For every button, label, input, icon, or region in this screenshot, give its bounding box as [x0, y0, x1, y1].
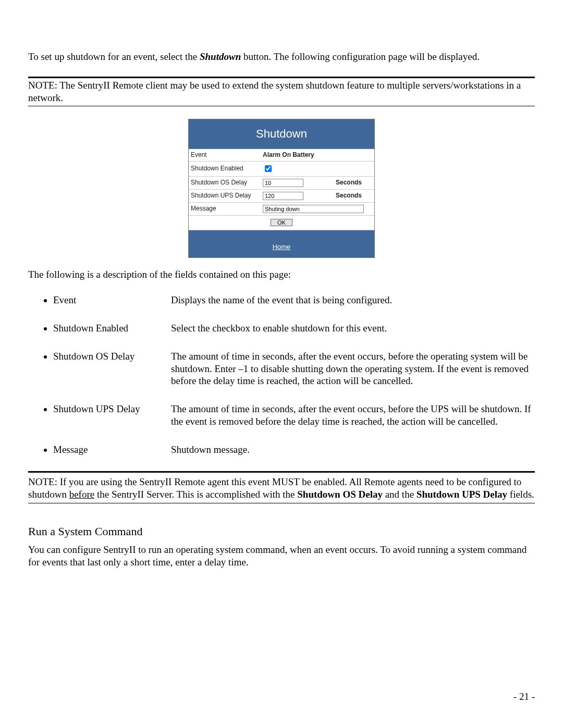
note-2: NOTE: If you are using the SentryII Remo… [28, 476, 535, 501]
row-event: Event Alarm On Battery [189, 149, 374, 162]
row-osdelay: Shutdown OS Delay Seconds [189, 176, 374, 189]
label-osdelay: Shutdown OS Delay [189, 176, 261, 189]
fields-intro: The following is a description of the fi… [28, 268, 535, 281]
field-name: Shutdown Enabled [53, 322, 171, 335]
label-enabled: Shutdown Enabled [189, 161, 261, 176]
divider-thick-bottom [28, 471, 535, 473]
field-desc: Displays the name of the event that is b… [171, 294, 535, 306]
ok-button[interactable]: OK [271, 219, 292, 226]
unit-osdelay: Seconds [334, 176, 374, 189]
intro-post: button. The following configuration page… [241, 51, 480, 62]
divider-thick-top [28, 77, 535, 78]
field-desc: The amount of time in seconds, after the… [171, 350, 535, 387]
input-upsdelay[interactable] [263, 192, 303, 200]
label-event: Event [189, 149, 261, 162]
label-message: Message [189, 202, 261, 215]
row-ok: OK [189, 215, 374, 230]
divider-thin-top [28, 106, 535, 106]
field-desc: The amount of time in seconds, after the… [171, 403, 535, 428]
intro-text: To set up shutdown for an event, select … [28, 51, 535, 63]
list-item: Shutdown OS Delay The amount of time in … [53, 350, 535, 387]
panel-title: Shutdown [189, 119, 374, 149]
section-body: You can configure SentryII to run an ope… [28, 544, 535, 569]
unit-upsdelay: Seconds [334, 189, 374, 202]
field-list: Event Displays the name of the event tha… [28, 294, 535, 455]
field-name: Shutdown OS Delay [53, 350, 171, 387]
row-upsdelay: Shutdown UPS Delay Seconds [189, 189, 374, 202]
shutdown-panel: Shutdown Event Alarm On Battery Shutdown… [188, 119, 375, 257]
list-item: Shutdown UPS Delay The amount of time in… [53, 403, 535, 428]
list-item: Event Displays the name of the event tha… [53, 294, 535, 306]
home-link[interactable]: Home [273, 243, 291, 251]
divider-thin-bottom [28, 503, 535, 503]
page-number: - 21 - [513, 690, 535, 703]
intro-pre: To set up shutdown for an event, select … [28, 51, 200, 62]
field-desc: Select the checkbox to enable shutdown f… [171, 322, 535, 335]
row-enabled: Shutdown Enabled [189, 161, 374, 176]
field-desc: Shutdown message. [171, 443, 535, 456]
label-upsdelay: Shutdown UPS Delay [189, 189, 261, 202]
input-message[interactable] [263, 205, 364, 213]
list-item: Shutdown Enabled Select the checkbox to … [53, 322, 535, 335]
input-osdelay[interactable] [263, 179, 303, 187]
panel-footer: Home [189, 230, 374, 257]
value-event: Alarm On Battery [261, 149, 374, 162]
field-name: Shutdown UPS Delay [53, 403, 171, 428]
field-name: Event [53, 294, 171, 306]
field-name: Message [53, 443, 171, 456]
checkbox-shutdown-enabled[interactable] [265, 165, 272, 172]
row-message: Message [189, 202, 374, 215]
section-heading: Run a System Command [28, 524, 535, 539]
note-1: NOTE: The SentryII Remote client may be … [28, 79, 535, 104]
intro-bold: Shutdown [200, 51, 241, 62]
list-item: Message Shutdown message. [53, 443, 535, 456]
